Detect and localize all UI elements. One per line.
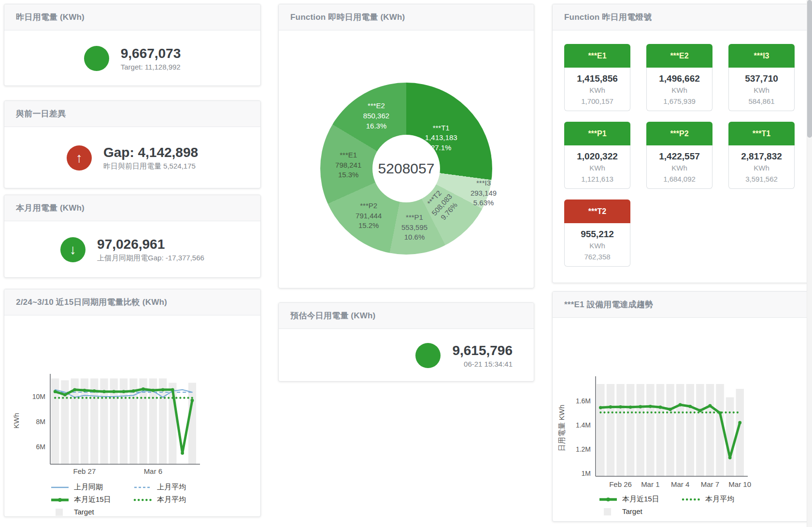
tile-unit: KWh xyxy=(649,86,710,94)
tile-target: 1,684,092 xyxy=(649,175,710,183)
tile-unit: KWh xyxy=(731,164,792,172)
legend-label: 本月近15日 xyxy=(74,495,111,504)
card-title: 昨日用電量 (KWh) xyxy=(4,4,260,30)
svg-text:8M: 8M xyxy=(36,418,45,426)
card-title: ***E1 設備用電達成趨勢 xyxy=(553,292,810,318)
legend-label: 上月同期 xyxy=(74,483,103,492)
status-circle xyxy=(415,343,441,368)
arrow-up-icon: ↑ xyxy=(67,145,92,171)
trend-chart-svg: 1M1.2M1.4M1.6MFeb 26Mar 1Mar 4Mar 7Mar 1… xyxy=(553,318,810,492)
tile-target: 3,591,562 xyxy=(731,175,792,183)
svg-text:Mar 1: Mar 1 xyxy=(641,480,659,488)
legend-square-swatch xyxy=(598,508,618,515)
legend-row: Target xyxy=(50,508,260,516)
donut-area: 5208057***T11,413,18327.1%***I3293,1495.… xyxy=(279,30,534,289)
svg-text:6M: 6M xyxy=(36,443,45,451)
card-title: Function 即時日用電量 (KWh) xyxy=(279,4,534,30)
card-title: 預估今日用電量 (KWh) xyxy=(279,303,534,329)
light-tile-status-header: ***I3 xyxy=(728,44,795,68)
donut-slice-label-***I3: ***I3293,1495.63% xyxy=(470,178,497,208)
legend-dash-swatch xyxy=(133,484,153,491)
card-title: 本月用電量 (KWh) xyxy=(4,195,260,221)
legend-item-Target[interactable]: Target xyxy=(598,507,682,515)
legend-row: 本月近15日本月平均 xyxy=(598,495,810,504)
light-tile-***E2: ***E21,496,662KWh1,675,939 xyxy=(646,44,712,111)
tile-value: 1,415,856 xyxy=(567,73,628,84)
svg-text:Feb 26: Feb 26 xyxy=(609,480,632,488)
light-tile-status-header: ***T1 xyxy=(728,122,795,145)
donut-slice-label-***P1: ***P1553,59510.6% xyxy=(401,213,427,242)
legend-thick-line-swatch xyxy=(598,496,618,503)
tile-target: 584,861 xyxy=(731,97,792,105)
svg-text:1.2M: 1.2M xyxy=(576,445,591,453)
donut-slice-label-***P2: ***P2791,44415.2% xyxy=(356,201,382,231)
card-day-gap: 與前一日差異 ↑ Gap: 4,142,898 昨日與前日用電量 5,524,1… xyxy=(4,100,261,188)
month-usage-gap: 上個月同期用電Gap: -17,377,566 xyxy=(97,254,204,263)
legend-dotted-swatch xyxy=(133,496,153,504)
legend-item-本月近15日[interactable]: 本月近15日 xyxy=(598,495,682,504)
legend-row: Target xyxy=(598,507,810,515)
legend-line-swatch xyxy=(50,484,70,491)
estimate-value: 9,615,796 xyxy=(452,343,513,358)
light-tile-body: 1,496,662KWh1,675,939 xyxy=(646,68,712,111)
svg-text:Mar 10: Mar 10 xyxy=(728,480,751,488)
light-tile-***P2: ***P21,422,557KWh1,684,092 xyxy=(646,122,712,189)
trend-chart-legend: 本月近15日本月平均Target xyxy=(553,495,810,515)
compare-chart-plot: 6M8M10MFeb 27Mar 6KWh xyxy=(4,315,260,482)
compare-chart-svg: 6M8M10MFeb 27Mar 6KWh xyxy=(4,315,260,480)
donut-slice-label-***T1: ***T11,413,18327.1% xyxy=(425,123,457,153)
day-gap-value: Gap: 4,142,898 xyxy=(103,145,198,160)
legend-label: Target xyxy=(622,507,642,515)
light-tile-***T2: ***T2955,212KWh762,358 xyxy=(564,199,630,267)
card-estimate-today: 預估今日用電量 (KWh) 9,615,796 06-21 15:34:41 xyxy=(278,302,534,382)
legend-item-上月平均[interactable]: 上月平均 xyxy=(133,483,216,492)
light-tile-***P1: ***P11,020,322KWh1,121,613 xyxy=(564,122,630,189)
light-tile-status-header: ***P1 xyxy=(564,122,630,145)
card-e1-trend-chart: ***E1 設備用電達成趨勢 1M1.2M1.4M1.6MFeb 26Mar 1… xyxy=(552,291,811,522)
legend-item-本月平均[interactable]: 本月平均 xyxy=(133,495,216,504)
legend-dotted-swatch xyxy=(682,496,701,503)
light-tile-body: 537,710KWh584,861 xyxy=(728,68,795,111)
light-tile-***T1: ***T12,817,832KWh3,591,562 xyxy=(728,122,795,189)
trend-chart-plot: 1M1.2M1.4M1.6MFeb 26Mar 1Mar 4Mar 7Mar 1… xyxy=(553,318,810,494)
legend-label: 本月平均 xyxy=(705,495,734,504)
tile-target: 1,675,939 xyxy=(649,97,710,105)
card-realtime-donut: Function 即時日用電量 (KWh) 5208057***T11,413,… xyxy=(278,4,534,288)
card-title: 2/24~3/10 近15日同期用電量比較 (KWh) xyxy=(4,289,260,315)
yesterday-usage-value: 9,667,073 xyxy=(121,46,181,61)
compare-chart-legend: 上月同期上月平均本月近15日本月平均Target xyxy=(4,483,260,516)
card-yesterday-usage: 昨日用電量 (KWh) 9,667,073 Target: 11,128,992 xyxy=(4,4,261,86)
svg-text:Mar 4: Mar 4 xyxy=(671,480,689,488)
svg-text:1.6M: 1.6M xyxy=(576,397,591,405)
legend-row: 本月近15日本月平均 xyxy=(50,495,260,504)
legend-item-Target[interactable]: Target xyxy=(50,508,133,516)
light-tile-body: 2,817,832KWh3,591,562 xyxy=(728,145,795,189)
tile-value: 537,710 xyxy=(731,73,792,84)
legend-item-本月近15日[interactable]: 本月近15日 xyxy=(50,495,133,504)
svg-text:1.4M: 1.4M xyxy=(576,421,591,429)
card-light-signals: Function 昨日用電燈號 ***E11,415,856KWh1,700,1… xyxy=(552,4,811,283)
svg-text:1M: 1M xyxy=(582,470,591,477)
tile-value: 1,496,662 xyxy=(649,73,710,84)
svg-text:Feb 27: Feb 27 xyxy=(73,467,96,475)
tile-value: 1,020,322 xyxy=(567,151,628,162)
scrollbar-thumb[interactable] xyxy=(807,0,812,138)
light-tile-body: 1,422,557KWh1,684,092 xyxy=(646,145,712,189)
vertical-scrollbar[interactable] xyxy=(807,0,812,527)
tile-unit: KWh xyxy=(567,242,628,250)
svg-text:10M: 10M xyxy=(32,393,45,400)
legend-item-上月同期[interactable]: 上月同期 xyxy=(50,483,133,492)
light-tile-body: 1,020,322KWh1,121,613 xyxy=(564,145,630,189)
tile-unit: KWh xyxy=(567,164,628,172)
card-title: 與前一日差異 xyxy=(4,101,260,127)
light-tile-body: 955,212KWh762,358 xyxy=(564,223,630,267)
legend-thick-line-swatch xyxy=(50,496,70,504)
tile-unit: KWh xyxy=(731,86,792,94)
tile-unit: KWh xyxy=(567,86,628,94)
tile-value: 955,212 xyxy=(567,229,628,240)
svg-text:KWh: KWh xyxy=(12,413,20,429)
tile-target: 1,700,157 xyxy=(567,97,628,105)
yesterday-usage-target: Target: 11,128,992 xyxy=(121,63,181,71)
card-compare-chart: 2/24~3/10 近15日同期用電量比較 (KWh) 6M8M10MFeb 2… xyxy=(4,289,261,517)
legend-item-本月平均[interactable]: 本月平均 xyxy=(682,495,765,504)
